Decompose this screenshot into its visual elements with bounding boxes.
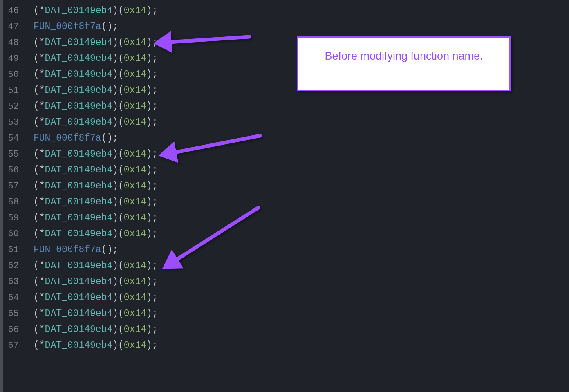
annotation-callout: Before modifying function name. [297,36,511,91]
line-number: 46 [3,3,22,19]
code-line-pointer-call[interactable]: (*DAT_00149eb4)(0x14); [22,3,569,19]
line-number: 52 [3,99,22,114]
line-number: 63 [3,274,22,290]
line-number: 50 [3,67,22,83]
code-line-pointer-call[interactable]: (*DAT_00149eb4)(0x14); [22,290,569,306]
code-line-pointer-call[interactable]: (*DAT_00149eb4)(0x14); [22,210,569,226]
code-line-function-call[interactable]: FUN_000f8f7a(); [22,19,569,35]
line-number: 66 [3,322,22,338]
line-number: 48 [3,35,22,51]
code-line-pointer-call[interactable]: (*DAT_00149eb4)(0x14); [22,274,569,290]
code-line-pointer-call[interactable]: (*DAT_00149eb4)(0x14); [22,0,569,3]
line-number: 58 [3,194,22,210]
line-number: 49 [3,51,22,67]
code-line-pointer-call[interactable]: (*DAT_00149eb4)(0x14); [22,114,569,130]
line-number-gutter: 4546474849505152535455565758596061626364… [3,0,22,392]
code-line-pointer-call[interactable]: (*DAT_00149eb4)(0x14); [22,306,569,322]
code-line-pointer-call[interactable]: (*DAT_00149eb4)(0x14); [22,194,569,210]
line-number: 55 [3,146,22,162]
code-line-pointer-call[interactable]: (*DAT_00149eb4)(0x14); [22,226,569,242]
line-number: 54 [3,130,22,146]
line-number: 57 [3,178,22,194]
code-editor: 4546474849505152535455565758596061626364… [0,0,569,392]
code-line-function-call[interactable]: FUN_000f8f7a(); [22,130,569,146]
line-number: 51 [3,83,22,99]
line-number: 67 [3,338,22,354]
code-line-function-call[interactable]: FUN_000f8f7a(); [22,242,569,258]
line-number: 61 [3,242,22,258]
line-number: 59 [3,210,22,226]
code-line-pointer-call[interactable]: (*DAT_00149eb4)(0x14); [22,146,569,162]
line-number: 47 [3,19,22,35]
line-number: 62 [3,258,22,274]
annotation-callout-text: Before modifying function name. [325,50,483,62]
code-line-pointer-call[interactable]: (*DAT_00149eb4)(0x14); [22,338,569,354]
code-line-pointer-call[interactable]: (*DAT_00149eb4)(0x14); [22,162,569,178]
code-line-pointer-call[interactable]: (*DAT_00149eb4)(0x14); [22,258,569,274]
code-line-pointer-call[interactable]: (*DAT_00149eb4)(0x14); [22,322,569,338]
code-line-pointer-call[interactable]: (*DAT_00149eb4)(0x14); [22,99,569,114]
line-number: 64 [3,290,22,306]
line-number: 60 [3,226,22,242]
line-number: 53 [3,114,22,130]
line-number: 65 [3,306,22,322]
code-line-pointer-call[interactable]: (*DAT_00149eb4)(0x14); [22,178,569,194]
gutter-separator [0,0,3,392]
line-number: 45 [3,0,22,3]
line-number: 56 [3,162,22,178]
